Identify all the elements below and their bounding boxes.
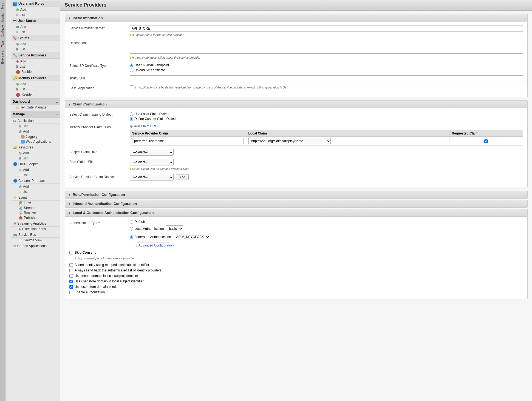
sidebar-item-app-webapp[interactable]: Web Applications <box>11 139 60 144</box>
sidebar-item-app-add[interactable]: ⊕Add <box>11 129 60 134</box>
idp-claim-label: Identity Provider Claim URIs: <box>69 124 130 129</box>
assert-identity-checkbox[interactable] <box>69 263 73 267</box>
sidebar-group-oidc-scopes[interactable]: 🔵 OIDC Scopes <box>11 161 60 167</box>
sidebar-section-dashboard[interactable]: Dashboard ▲ <box>11 98 60 105</box>
enable-auth-checkbox[interactable] <box>69 291 73 294</box>
sidebar-item-sp-resident[interactable]: ⬤Resident <box>11 69 60 75</box>
local-outbound-header[interactable]: ▲ Local & Outbound Authentication Config… <box>65 209 527 217</box>
sidebar-item-oidc-add[interactable]: ⊕Add <box>11 167 60 173</box>
sidebar-item-streams[interactable]: 🌊 Streams <box>11 205 60 210</box>
subject-claim-label: Subject Claim URI: <box>69 149 130 154</box>
sidebar-tab-configure[interactable]: Configure <box>1 23 5 39</box>
auth-default-radio[interactable]: Default <box>130 220 145 224</box>
sp-name-label: Service Provider Name:* <box>69 25 130 30</box>
sidebar-item-oidc-list[interactable]: ⊞List <box>11 173 60 177</box>
inbound-auth-header[interactable]: ▼ Inbound Authentication Configuration <box>65 200 527 207</box>
add-claim-uri-btn[interactable]: ⊕ Add Claim URI <box>130 124 523 128</box>
sidebar-item-consent-list[interactable]: ⊞List <box>11 189 60 194</box>
advanced-config-link[interactable]: ℹ Advanced Configuration <box>136 244 523 247</box>
sidebar-tab-monitor[interactable]: Monitor <box>1 11 5 23</box>
sidebar-group-service-providers[interactable]: 🔧 Service Providers <box>11 52 60 59</box>
basic-info-header[interactable]: ▲ Basic Information <box>65 14 527 22</box>
role-claim-select[interactable]: ---Select--- <box>130 159 174 165</box>
sidebar-item-stores-add[interactable]: ⊕Add <box>11 24 60 30</box>
claim-dialect-label: Select Claim mapping Dialect: <box>69 111 130 116</box>
sidebar-group-consent[interactable]: 🔵 Consent Purposes <box>11 178 60 184</box>
sidebar-group-identity-providers[interactable]: 🔑 Identity Providers <box>11 75 60 81</box>
sidebar-item-idp-list[interactable]: ⊞List <box>11 87 60 92</box>
cert-type-jwks-radio[interactable]: Use SP JWKS endpoint <box>130 63 523 67</box>
sidebar-item-source-view[interactable]: 📄 Source View <box>11 238 60 243</box>
auth-local-radio[interactable]: Local Authentication <box>130 227 164 231</box>
user-store-domain-roles-checkbox[interactable] <box>69 285 73 289</box>
sidebar-group-users-roles[interactable]: 👥 Users and Roles <box>11 1 60 7</box>
sidebar-group-user-stores[interactable]: 🗃 User Stores <box>11 18 60 24</box>
sidebar-group-keystores[interactable]: 🔐 Keystores <box>11 145 60 150</box>
user-store-domain-subject-checkbox[interactable] <box>69 280 73 283</box>
cert-type-upload-radio[interactable]: Upload SP certificate <box>130 68 523 72</box>
sidebar-item-consent-add[interactable]: ⊕Add <box>11 184 60 189</box>
sidebar-item-ks-add[interactable]: ⊕Add <box>11 150 60 156</box>
description-input[interactable] <box>130 40 523 54</box>
sidebar-section-manage[interactable]: Manage ▲ <box>11 111 60 118</box>
sidebar-tab-main[interactable]: Main <box>1 1 5 11</box>
dialect-local-radio[interactable]: Use Local Claim Dialect <box>130 112 523 116</box>
auth-federated-radio[interactable]: Federated Authentication <box>130 235 171 239</box>
jwks-uri-input[interactable] <box>130 75 523 82</box>
send-back-idp-checkbox[interactable] <box>69 269 73 272</box>
sidebar-group-applications[interactable]: 🗂 Applications <box>11 118 60 124</box>
description-hint-icon: ℹ <box>130 55 131 59</box>
sidebar-item-receivers[interactable]: 📡 Receivers <box>11 210 60 215</box>
saas-label: SaaS Application <box>69 85 130 90</box>
sidebar-item-sp-list[interactable]: ⊞List <box>11 64 60 69</box>
requested-checkbox[interactable] <box>484 139 488 143</box>
local-outbound-section: ▲ Local & Outbound Authentication Config… <box>65 209 528 299</box>
sidebar-item-publishers[interactable]: 📤 Publishers <box>11 215 60 220</box>
sidebar-item-template-manager[interactable]: 🗂 Template Manager <box>11 105 60 110</box>
sidebar-item-idp-resident[interactable]: ⬤Resident <box>11 92 60 97</box>
sidebar-tab-tools[interactable]: Tools <box>1 39 5 48</box>
sidebar-item-sp-add[interactable]: ⊕ Add <box>11 59 60 64</box>
sidebar-item-users-list[interactable]: ⊞ List <box>11 12 60 17</box>
sidebar-item-app-jaggery[interactable]: Jaggery <box>11 134 60 139</box>
sidebar-item-execution-plans[interactable]: ▶ Execution Plans <box>11 227 60 231</box>
sp-claim-dialect-select[interactable]: ---Select--- <box>130 174 174 181</box>
local-auth-select[interactable]: basic <box>166 225 183 232</box>
checkbox-row-5: Enable Authorization <box>69 290 523 294</box>
basic-info-section: ▲ Basic Information Service Provider Nam… <box>65 14 528 97</box>
sidebar-group-carbon-apps[interactable]: ⚙ Carbon Applications <box>11 243 60 249</box>
sidebar-item-idp-add[interactable]: ⊕Add <box>11 81 60 87</box>
checkbox-row-0: Assert identity using mapped local subje… <box>69 263 523 267</box>
sidebar-item-users-add[interactable]: ⊕ Add <box>11 7 60 12</box>
col-requested: Requested Claim <box>449 130 523 137</box>
federated-auth-select[interactable]: APIM_KEYCLOAK <box>173 234 210 240</box>
tenant-domain-checkbox[interactable] <box>69 274 73 278</box>
claims-table: Service Provider Claim Local Claim Reque… <box>130 130 523 146</box>
sp-name-input[interactable] <box>130 25 523 32</box>
sidebar-tab-extensions[interactable]: Extensions <box>1 49 5 65</box>
sp-claim-input[interactable] <box>132 138 244 144</box>
sidebar-item-ks-list[interactable]: ⊞List <box>11 156 60 161</box>
description-label: Description: <box>69 40 130 45</box>
local-claim-select[interactable]: http://wso2.org/claims/displayName <box>248 138 331 144</box>
role-permission-header[interactable]: ▼ Role/Permission Configuration <box>65 191 527 198</box>
sidebar-group-event[interactable]: ⚡ Event <box>11 195 60 200</box>
role-claim-hint-icon: ℹ <box>130 167 131 171</box>
sidebar-group-claims[interactable]: 🔖 Claims <box>11 35 60 41</box>
sidebar-item-flow[interactable]: 🌿 Flow <box>11 200 60 205</box>
sidebar-group-service-bus[interactable]: 🚌 Service Bus <box>11 232 60 238</box>
subject-claim-select[interactable]: ---Select--- <box>130 149 174 156</box>
sidebar-item-claims-add[interactable]: ⊕Add <box>11 41 60 47</box>
add-dialect-btn[interactable]: Add <box>176 174 189 180</box>
sidebar-group-streaming[interactable]: ⚙ Streaming Analytics <box>11 221 60 227</box>
skip-consent-row: Skip Consent <box>69 251 523 254</box>
jwks-uri-label: JWKS URI <box>69 75 130 80</box>
sidebar-item-claims-list[interactable]: ⊞List <box>11 47 60 52</box>
claim-config-header[interactable]: ▲ Claim Configuration <box>65 101 527 108</box>
saas-checkbox[interactable] <box>130 85 133 89</box>
sidebar-item-app-list[interactable]: ⊞List <box>11 124 60 129</box>
dialect-custom-radio[interactable]: Define Custom Claim Dialect <box>130 117 523 121</box>
sidebar-item-stores-list[interactable]: ⊞List <box>11 30 60 35</box>
col-local-claim: Local Claim <box>246 130 449 137</box>
skip-consent-checkbox[interactable] <box>69 251 73 254</box>
